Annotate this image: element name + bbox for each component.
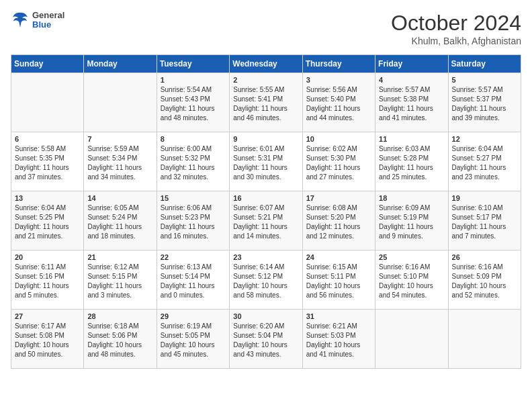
cell-content: Sunrise: 6:15 AMSunset: 5:11 PMDaylight:… [306,263,371,300]
cell-content: Sunrise: 6:17 AMSunset: 5:08 PMDaylight:… [15,322,80,359]
calendar-cell: 2Sunrise: 5:55 AMSunset: 5:41 PMDaylight… [230,73,302,132]
cell-line: Daylight: 10 hours and 48 minutes. [87,341,142,358]
calendar-cell: 3Sunrise: 5:56 AMSunset: 5:40 PMDaylight… [302,73,375,132]
calendar-week-row: 6Sunrise: 5:58 AMSunset: 5:35 PMDaylight… [11,132,521,191]
calendar-cell: 27Sunrise: 6:17 AMSunset: 5:08 PMDayligh… [11,310,84,369]
cell-line: Sunset: 5:12 PM [233,273,283,280]
cell-line: Sunset: 5:17 PM [452,214,502,221]
cell-content: Sunrise: 5:57 AMSunset: 5:38 PMDaylight:… [379,85,444,123]
cell-line: Daylight: 11 hours and 18 minutes. [87,223,142,240]
cell-line: Daylight: 11 hours and 0 minutes. [161,282,215,299]
calendar-week-row: 20Sunrise: 6:11 AMSunset: 5:16 PMDayligh… [11,250,521,310]
cell-line: Sunset: 5:21 PM [233,214,283,221]
cell-line: Daylight: 10 hours and 52 minutes. [452,282,506,299]
cell-line: Sunrise: 6:05 AM [87,204,138,212]
cell-line: Sunrise: 6:01 AM [233,145,284,152]
logo-bird-icon [11,11,30,30]
cell-line: Sunset: 5:41 PM [233,95,283,103]
cell-line: Sunrise: 6:09 AM [379,204,430,212]
cell-line: Sunset: 5:06 PM [87,332,137,339]
day-number: 7 [87,135,152,143]
cell-line: Daylight: 11 hours and 30 minutes. [233,164,287,181]
calendar-cell: 4Sunrise: 5:57 AMSunset: 5:38 PMDaylight… [375,73,448,132]
cell-content: Sunrise: 6:13 AMSunset: 5:14 PMDaylight:… [161,263,226,300]
cell-line: Daylight: 11 hours and 25 minutes. [379,164,433,181]
weekday-header-row: SundayMondayTuesdayWednesdayThursdayFrid… [11,55,521,73]
calendar-cell: 10Sunrise: 6:02 AMSunset: 5:30 PMDayligh… [302,132,375,191]
cell-line: Sunrise: 6:17 AM [15,322,66,330]
cell-line: Sunrise: 5:58 AM [15,145,66,152]
cell-line: Sunset: 5:08 PM [15,332,64,339]
calendar-cell: 12Sunrise: 6:04 AMSunset: 5:27 PMDayligh… [448,132,521,191]
cell-line: Daylight: 11 hours and 23 minutes. [452,164,506,181]
cell-line: Sunset: 5:03 PM [306,332,356,339]
day-number: 2 [233,76,298,84]
cell-content: Sunrise: 6:10 AMSunset: 5:17 PMDaylight:… [452,203,517,241]
day-number: 24 [306,253,371,261]
cell-line: Sunrise: 5:59 AM [87,145,138,152]
cell-content: Sunrise: 6:19 AMSunset: 5:05 PMDaylight:… [161,322,226,359]
cell-line: Sunset: 5:27 PM [452,154,502,162]
cell-line: Sunset: 5:09 PM [452,273,502,280]
day-number: 30 [233,312,298,320]
day-number: 9 [233,135,298,143]
logo-general: General [32,11,64,20]
weekday-header: Thursday [302,55,375,73]
calendar-cell: 22Sunrise: 6:13 AMSunset: 5:14 PMDayligh… [157,250,229,310]
cell-line: Daylight: 11 hours and 21 minutes. [15,223,69,240]
cell-content: Sunrise: 6:08 AMSunset: 5:20 PMDaylight:… [306,203,371,241]
day-number: 26 [452,253,517,261]
cell-content: Sunrise: 6:14 AMSunset: 5:12 PMDaylight:… [233,263,298,300]
logo: General Blue [11,11,64,30]
day-number: 3 [306,76,371,84]
cell-line: Sunrise: 6:19 AM [161,322,212,330]
day-number: 5 [452,76,517,84]
calendar-cell: 17Sunrise: 6:08 AMSunset: 5:20 PMDayligh… [302,191,375,250]
cell-line: Daylight: 10 hours and 50 minutes. [15,341,69,358]
cell-line: Sunrise: 6:04 AM [452,145,503,152]
cell-line: Sunrise: 6:15 AM [306,263,357,271]
calendar-cell: 13Sunrise: 6:04 AMSunset: 5:25 PMDayligh… [11,191,84,250]
day-number: 13 [15,194,80,202]
calendar-cell: 7Sunrise: 5:59 AMSunset: 5:34 PMDaylight… [84,132,157,191]
cell-line: Daylight: 11 hours and 16 minutes. [161,223,215,240]
calendar-cell: 23Sunrise: 6:14 AMSunset: 5:12 PMDayligh… [230,250,302,310]
cell-content: Sunrise: 5:59 AMSunset: 5:34 PMDaylight:… [87,144,152,182]
day-number: 29 [161,312,226,320]
cell-content: Sunrise: 6:04 AMSunset: 5:25 PMDaylight:… [15,203,80,241]
calendar-cell: 25Sunrise: 6:16 AMSunset: 5:10 PMDayligh… [375,250,448,310]
day-number: 1 [161,76,226,84]
cell-content: Sunrise: 6:01 AMSunset: 5:31 PMDaylight:… [233,144,298,182]
cell-content: Sunrise: 6:02 AMSunset: 5:30 PMDaylight:… [306,144,371,182]
day-number: 10 [306,135,371,143]
cell-line: Sunrise: 5:55 AM [233,86,284,93]
cell-content: Sunrise: 5:54 AMSunset: 5:43 PMDaylight:… [161,85,226,123]
calendar-cell: 9Sunrise: 6:01 AMSunset: 5:31 PMDaylight… [230,132,302,191]
calendar-week-row: 1Sunrise: 5:54 AMSunset: 5:43 PMDaylight… [11,73,521,132]
calendar-cell: 8Sunrise: 6:00 AMSunset: 5:32 PMDaylight… [157,132,229,191]
calendar-cell: 19Sunrise: 6:10 AMSunset: 5:17 PMDayligh… [448,191,521,250]
day-number: 27 [15,312,80,320]
calendar-cell: 31Sunrise: 6:21 AMSunset: 5:03 PMDayligh… [302,310,375,369]
cell-line: Daylight: 10 hours and 56 minutes. [306,282,361,299]
cell-content: Sunrise: 6:04 AMSunset: 5:27 PMDaylight:… [452,144,517,182]
day-number: 18 [379,194,444,202]
day-number: 19 [452,194,517,202]
cell-line: Sunset: 5:31 PM [233,154,283,162]
cell-line: Sunset: 5:04 PM [233,332,283,339]
cell-line: Sunset: 5:28 PM [379,154,429,162]
cell-line: Sunrise: 6:16 AM [452,263,503,271]
cell-content: Sunrise: 6:03 AMSunset: 5:28 PMDaylight:… [379,144,444,182]
day-number: 25 [379,253,444,261]
cell-line: Daylight: 11 hours and 3 minutes. [87,282,142,299]
calendar-cell: 16Sunrise: 6:07 AMSunset: 5:21 PMDayligh… [230,191,302,250]
cell-line: Daylight: 11 hours and 7 minutes. [452,223,506,240]
calendar-cell [11,73,84,132]
cell-line: Daylight: 11 hours and 5 minutes. [15,282,69,299]
cell-line: Daylight: 11 hours and 37 minutes. [15,164,69,181]
cell-line: Sunrise: 6:00 AM [161,145,212,152]
calendar-cell [84,73,157,132]
cell-line: Sunrise: 6:03 AM [379,145,430,152]
calendar-table: SundayMondayTuesdayWednesdayThursdayFrid… [11,54,521,369]
cell-line: Sunrise: 6:13 AM [161,263,212,271]
